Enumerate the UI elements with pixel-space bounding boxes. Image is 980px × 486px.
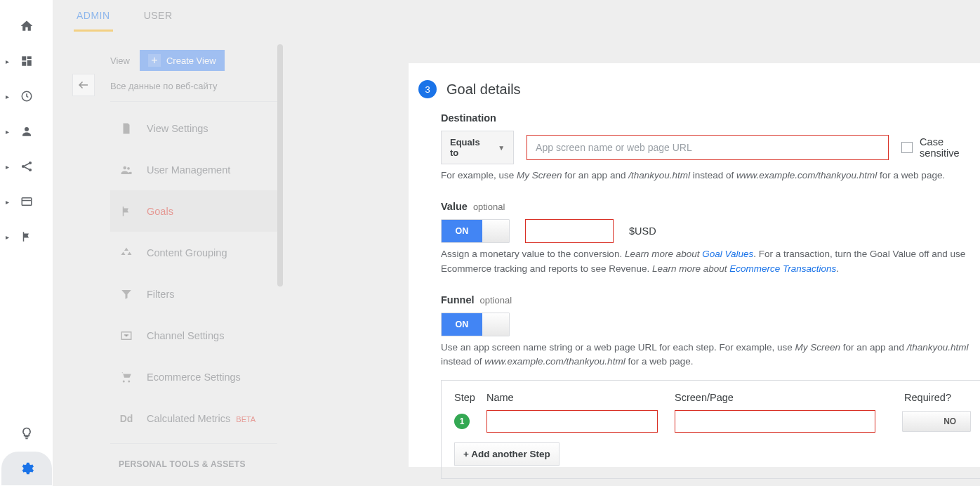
menu-content-grouping[interactable]: Content Grouping	[110, 232, 277, 273]
destination-input[interactable]	[527, 135, 889, 160]
rail-conversions[interactable]: ▸	[0, 219, 53, 254]
rail-admin[interactable]	[0, 451, 53, 486]
rail-realtime[interactable]: ▸	[0, 79, 53, 114]
section-personal-tools: PERSONAL TOOLS & ASSETS	[110, 443, 277, 476]
clock-icon	[20, 90, 33, 103]
admin-tabs: ADMIN USER	[53, 0, 980, 32]
menu-user-management[interactable]: User Management	[110, 149, 277, 190]
rail-acquisition[interactable]: ▸	[0, 149, 53, 184]
menu-calculated-metrics[interactable]: Dd Calculated Metrics BETA	[110, 398, 277, 439]
value-hint: Assign a monetary value to the conversio…	[441, 247, 980, 276]
funnel-name-input[interactable]	[486, 410, 658, 433]
behavior-icon	[20, 195, 33, 208]
svg-point-6	[124, 166, 127, 169]
destination-label: Destination	[441, 112, 980, 124]
create-view-button[interactable]: + Create View	[140, 50, 225, 71]
scrollbar[interactable]	[277, 44, 283, 287]
menu-goals[interactable]: Goals	[110, 190, 277, 232]
svg-rect-5	[22, 198, 32, 206]
required-toggle[interactable]: NO	[902, 411, 971, 432]
rail-audience[interactable]: ▸	[0, 114, 53, 149]
people-icon	[119, 164, 134, 176]
filter-icon	[119, 288, 134, 301]
caret-icon: ▸	[6, 163, 9, 171]
funnel-steps-box: Step Name Screen/Page Required? 1	[441, 380, 980, 479]
rail-customization[interactable]: ▸	[0, 44, 53, 79]
create-view-label: Create View	[166, 55, 216, 66]
menu-filters[interactable]: Filters	[110, 273, 277, 315]
goal-values-link[interactable]: Goal Values	[702, 249, 753, 259]
view-subtitle: Все данные по веб-сайту	[110, 81, 277, 102]
view-column: View + Create View Все данные по веб-сай…	[67, 44, 277, 476]
svg-point-7	[127, 166, 130, 169]
col-page: Screen/Page	[675, 392, 892, 403]
home-icon	[20, 19, 34, 33]
caret-icon: ▸	[6, 93, 9, 100]
channel-icon	[119, 329, 134, 342]
panel-title: Goal details	[446, 81, 521, 98]
left-nav-rail: ▸ ▸ ▸ ▸ ▸ ▸	[0, 0, 53, 486]
step-badge: 3	[418, 80, 437, 98]
case-sensitive-checkbox[interactable]	[901, 142, 913, 153]
value-toggle[interactable]: ON	[441, 219, 510, 243]
tab-user[interactable]: USER	[141, 0, 176, 32]
dd-icon: Dd	[119, 413, 134, 424]
funnel-hint: Use an app screen name string or a web p…	[441, 341, 980, 369]
col-required: Required?	[892, 392, 972, 403]
bulb-icon	[20, 426, 34, 440]
funnel-page-input[interactable]	[675, 410, 875, 433]
dashboard-icon	[20, 55, 33, 67]
view-label: View	[110, 55, 130, 66]
funnel-step-badge: 1	[454, 414, 470, 429]
caret-icon: ▸	[6, 198, 9, 206]
svg-point-1	[25, 127, 29, 131]
share-icon	[20, 159, 34, 173]
chevron-down-icon: ▼	[498, 144, 505, 152]
gear-icon	[19, 461, 34, 476]
value-label: Valueoptional	[441, 201, 980, 212]
caret-icon: ▸	[6, 128, 9, 136]
person-icon	[20, 125, 33, 138]
add-step-button[interactable]: + Add another Step	[454, 442, 559, 466]
rail-home[interactable]	[0, 8, 53, 44]
rail-discover[interactable]	[0, 416, 53, 451]
match-type-dropdown[interactable]: Equals to ▼	[441, 131, 514, 164]
destination-hint: For example, use My Screen for an app an…	[441, 169, 980, 183]
flag-icon	[119, 205, 134, 218]
caret-icon: ▸	[6, 233, 9, 241]
goal-details-panel: 3 Goal details Destination Equals to ▼	[409, 63, 980, 467]
document-icon	[119, 122, 134, 135]
menu-ecommerce-settings[interactable]: Ecommerce Settings	[110, 356, 277, 398]
menu-view-settings[interactable]: View Settings	[110, 107, 277, 149]
ecommerce-link[interactable]: Ecommerce Transactions	[729, 263, 836, 274]
plus-icon: +	[148, 54, 161, 67]
col-step: Step	[454, 392, 486, 403]
tab-admin[interactable]: ADMIN	[74, 0, 113, 32]
currency-label: $USD	[629, 225, 656, 237]
case-sensitive-label: Case sensitive	[920, 136, 980, 159]
grouping-icon	[119, 247, 134, 259]
rail-behavior[interactable]: ▸	[0, 184, 53, 219]
col-name: Name	[486, 392, 675, 403]
flag-icon	[20, 230, 33, 243]
value-input[interactable]	[525, 219, 614, 243]
menu-channel-settings[interactable]: Channel Settings	[110, 315, 277, 356]
caret-icon: ▸	[6, 58, 9, 65]
funnel-toggle[interactable]: ON	[441, 313, 510, 336]
funnel-label: Funneloptional	[441, 294, 980, 306]
beta-badge: BETA	[236, 415, 256, 423]
cart-icon	[119, 371, 134, 383]
